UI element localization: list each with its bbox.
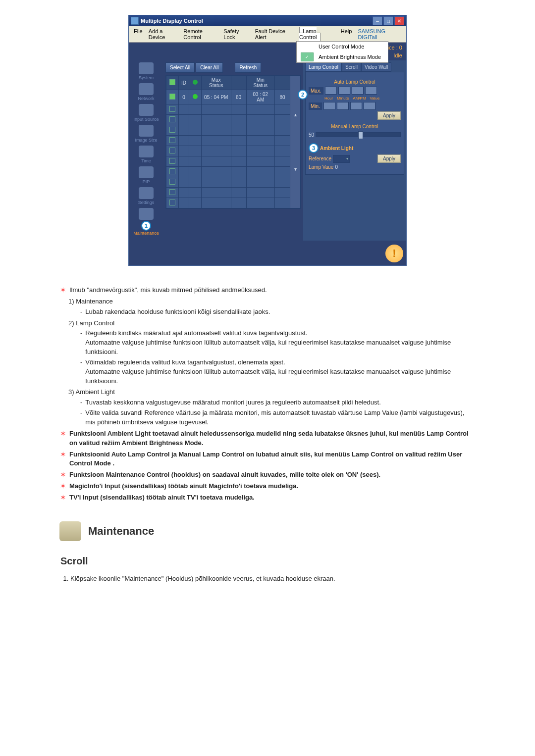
ampm-label: AM/PM	[353, 96, 366, 101]
panel-tabs: Lamp Control Scroll Video Wall	[305, 62, 404, 72]
document-body: ✶ Ilmub "andmevõrgustik", mis kuvab mitm…	[54, 286, 481, 584]
menu-help[interactable]: Help	[338, 27, 355, 41]
minimize-icon[interactable]: –	[373, 16, 382, 25]
maximize-icon[interactable]: □	[383, 16, 393, 25]
sidebar-item-image-size[interactable]: Image Size	[131, 125, 161, 143]
doc-item-2: 2) Lamp Control	[68, 319, 476, 328]
menu-add-device[interactable]: Add a Device	[146, 27, 181, 41]
menu-fault-device-alert[interactable]: Fault Device Alert	[252, 27, 296, 41]
tab-lamp-control[interactable]: Lamp Control	[305, 62, 342, 72]
reference-select[interactable]	[333, 155, 350, 163]
min-hour-select[interactable]	[323, 102, 335, 110]
max-minute-select[interactable]	[338, 87, 350, 95]
col-min-status: Min Status	[246, 76, 274, 90]
table-row[interactable]: 0 05 : 04 PM 60 03 : 02 AM 80	[166, 90, 301, 104]
doc-star-3: ✶Funktsioon Maintenance Control (hooldus…	[59, 470, 476, 480]
reference-label: Reference	[309, 156, 331, 161]
doc-line: ✶ Ilmub "andmevõrgustik", mis kuvab mitm…	[59, 286, 476, 295]
manual-value: 50	[309, 132, 314, 138]
star-icon: ✶	[59, 482, 66, 491]
maintenance-icon	[139, 208, 154, 220]
sidebar-item-pip[interactable]: PIP	[131, 166, 161, 184]
sidebar-item-input-source[interactable]: Input Source	[131, 104, 161, 122]
menu-file[interactable]: File	[131, 27, 146, 41]
idle-label: Idle	[393, 52, 402, 58]
table-row	[166, 125, 301, 136]
col-id: ID	[179, 76, 189, 90]
check-icon: ✓	[301, 52, 314, 61]
app-title: Multiple Display Control	[141, 18, 373, 24]
sidebar-item-system[interactable]: System	[131, 62, 161, 80]
max-value-select[interactable]	[365, 87, 377, 95]
manual-lamp-slider[interactable]	[316, 132, 401, 137]
doc-subitem: -Reguleerib kindlaks määratud ajal autom…	[80, 329, 476, 357]
warning-icon: !	[385, 245, 403, 262]
clear-all-button[interactable]: Clear All	[196, 62, 223, 73]
sidebar-item-settings[interactable]: Settings	[131, 187, 161, 205]
scroll-step-1: Klõpsake ikoonile "Maintenance" (Hooldus…	[70, 574, 476, 584]
title-bar: Multiple Display Control – □ ✕	[129, 15, 406, 26]
menu-item-user-control-mode[interactable]: User Control Mode	[297, 42, 388, 51]
min-ampm-select[interactable]	[350, 102, 362, 110]
menu-bar: File Add a Device Remote Control Safety …	[129, 26, 406, 43]
slider-thumb[interactable]	[358, 131, 363, 139]
doc-subitem: -Tuvastab keskkonna valgustugevuse määra…	[80, 398, 476, 407]
minute-label: Minute	[337, 96, 349, 101]
row-checkbox[interactable]	[169, 94, 175, 100]
footer: !	[129, 241, 406, 265]
doc-subitem: -Võite valida suvandi Reference väärtuse…	[80, 408, 476, 427]
section-heading: Maintenance	[59, 521, 476, 541]
min-label: Min.	[309, 102, 322, 110]
network-icon	[139, 83, 154, 95]
table-row	[166, 188, 301, 198]
status-dot-icon	[193, 80, 198, 85]
lamp-control-dropdown: User Control Mode ✓Ambient Brightness Mo…	[296, 41, 388, 63]
header-checkbox[interactable]	[169, 79, 175, 85]
refresh-button[interactable]: Refresh	[235, 62, 261, 73]
settings-icon	[139, 187, 154, 199]
star-icon: ✶	[59, 470, 66, 479]
max-ampm-select[interactable]	[352, 87, 364, 95]
scroll-steps: Klõpsake ikoonile "Maintenance" (Hooldus…	[70, 574, 476, 584]
menu-lamp-control[interactable]: Lamp Control	[299, 27, 320, 42]
manual-lamp-title: Manual Lamp Control	[309, 124, 401, 129]
value-label: Value	[370, 96, 380, 101]
min-minute-select[interactable]	[337, 102, 349, 110]
select-all-button[interactable]: Select All	[165, 62, 195, 73]
table-row	[166, 136, 301, 146]
min-value-select[interactable]	[364, 102, 375, 110]
table-row	[166, 115, 301, 125]
menu-remote-control[interactable]: Remote Control	[180, 27, 220, 41]
doc-star-1: ✶Funktsiooni Ambient Light toetavad ainu…	[59, 429, 476, 448]
tab-scroll[interactable]: Scroll	[342, 62, 361, 72]
ambient-light-title: Ambient Light	[320, 146, 353, 151]
tab-video-wall[interactable]: Video Wall	[361, 62, 391, 72]
input-source-icon	[139, 104, 154, 116]
table-row	[166, 104, 301, 115]
time-icon	[139, 146, 154, 157]
close-icon[interactable]: ✕	[394, 16, 404, 25]
max-hour-select[interactable]	[325, 87, 337, 95]
doc-item-1: 1) Maintenance	[68, 297, 476, 306]
menu-item-ambient-brightness-mode[interactable]: ✓Ambient Brightness Mode	[297, 51, 388, 62]
app-window: Multiple Display Control – □ ✕ File Add …	[128, 15, 407, 266]
maintenance-section-icon	[59, 521, 81, 541]
auto-apply-button[interactable]: Apply	[377, 111, 401, 120]
pip-icon	[139, 166, 154, 178]
table-row	[166, 156, 301, 167]
doc-star-4: ✶MagicInfo'i Input (sisendallikas) tööta…	[59, 482, 476, 491]
system-icon	[139, 62, 154, 74]
sidebar-item-time[interactable]: Time	[131, 146, 161, 163]
image-size-icon	[139, 125, 154, 137]
content-row: System Network Input Source Image Size T…	[129, 60, 406, 241]
sidebar-item-maintenance[interactable]: 1 Maintenance	[131, 208, 161, 236]
star-icon: ✶	[59, 493, 66, 502]
star-icon: ✶	[59, 450, 66, 459]
sidebar-item-network[interactable]: Network	[131, 83, 161, 101]
data-grid: ID Max Status Min Status ▴▾ 0	[165, 75, 301, 209]
ambient-apply-button[interactable]: Apply	[377, 154, 401, 163]
col-max-status: Max Status	[202, 76, 231, 90]
doc-subitem: -Lubab rakendada hoolduse funktsiooni kõ…	[80, 307, 476, 317]
menu-safety-lock[interactable]: Safety Lock	[220, 27, 252, 41]
max-label: Max.	[309, 87, 323, 95]
